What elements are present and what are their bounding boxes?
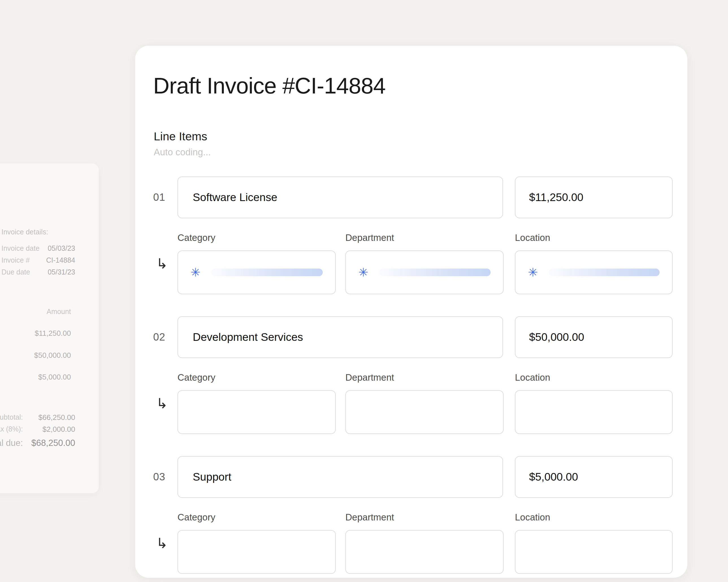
- location-field[interactable]: [515, 390, 673, 434]
- subtotal-value: $66,250.00: [24, 413, 75, 422]
- department-label: Department: [345, 372, 394, 383]
- branch-arrow-icon: ↳: [156, 257, 168, 271]
- subtotal-label: Subtotal:: [0, 413, 23, 421]
- description-value: Support: [193, 471, 231, 483]
- branch-arrow-icon: ↳: [156, 396, 168, 411]
- sales-tax-label: Sales tax (8%):: [0, 425, 23, 433]
- sparkle-icon: ✳: [528, 267, 538, 278]
- amount-value: $50,000.00: [529, 331, 584, 343]
- description-value: Software License: [193, 191, 277, 203]
- department-field[interactable]: [345, 530, 503, 574]
- invoice-detail-value: 05/03/23: [26, 244, 75, 252]
- category-field[interactable]: ✳: [178, 250, 336, 294]
- department-field[interactable]: ✳: [345, 250, 503, 294]
- category-label: Category: [178, 232, 215, 243]
- page-title: Draft Invoice #CI-14884: [153, 73, 386, 99]
- ghost-amount-row: $11,250.00: [0, 329, 99, 338]
- branch-arrow-icon: ↳: [156, 536, 168, 550]
- line-item-number: 01: [153, 176, 165, 218]
- draft-invoice-card: Draft Invoice #CI-14884 Line Items Auto …: [135, 46, 687, 578]
- line-item-number: 02: [153, 316, 165, 358]
- line-item-row: 02 Development Services $50,000.00 Categ…: [135, 316, 687, 438]
- line-items-heading: Line Items: [154, 130, 207, 143]
- invoice-details-heading: Invoice details:: [1, 228, 48, 236]
- invoice-detail-row: Invoice date 05/03/23: [0, 244, 99, 253]
- amount-column-header: Amount: [17, 307, 71, 316]
- description-field[interactable]: Support: [178, 456, 503, 498]
- ghost-invoice-card: Invoice details: Invoice date 05/03/23 I…: [0, 163, 99, 493]
- sparkle-icon: ✳: [190, 267, 200, 278]
- sales-tax-row: Sales tax (8%): $2,000.00: [0, 425, 99, 434]
- location-field[interactable]: [515, 530, 673, 574]
- ghost-amount-row: $5,000.00: [0, 373, 99, 382]
- ghost-amount-row: $50,000.00: [0, 351, 99, 360]
- description-field[interactable]: Software License: [178, 176, 503, 218]
- invoice-detail-row: Due date 05/31/23: [0, 268, 99, 277]
- location-label: Location: [515, 232, 550, 243]
- ghost-amount: $50,000.00: [17, 351, 71, 360]
- location-label: Location: [515, 372, 550, 383]
- amount-field[interactable]: $5,000.00: [515, 456, 673, 498]
- ghost-amount: $11,250.00: [17, 329, 71, 338]
- invoice-detail-value: CI-14884: [26, 256, 75, 264]
- loading-shimmer-bar: [549, 269, 659, 276]
- description-value: Development Services: [193, 331, 303, 343]
- department-field[interactable]: [345, 390, 503, 434]
- category-field[interactable]: [178, 390, 336, 434]
- amount-value: $5,000.00: [529, 471, 578, 483]
- loading-shimmer-bar: [379, 269, 491, 276]
- amount-field[interactable]: $11,250.00: [515, 176, 673, 218]
- category-label: Category: [178, 512, 215, 523]
- location-field[interactable]: ✳: [515, 250, 673, 294]
- line-item-number: 03: [153, 456, 165, 498]
- department-label: Department: [345, 512, 394, 523]
- total-due-value: $68,250.00: [16, 438, 75, 448]
- department-label: Department: [345, 232, 394, 243]
- sparkle-icon: ✳: [358, 267, 368, 278]
- ghost-amount: $5,000.00: [17, 373, 71, 382]
- amount-field[interactable]: $50,000.00: [515, 316, 673, 358]
- amount-value: $11,250.00: [529, 191, 583, 203]
- invoice-detail-value: 05/31/23: [26, 268, 75, 276]
- category-label: Category: [178, 372, 215, 383]
- location-label: Location: [515, 512, 550, 523]
- invoice-detail-row: Invoice # CI-14884: [0, 256, 99, 265]
- category-field[interactable]: [178, 530, 336, 574]
- line-item-row: 03 Support $5,000.00 Category Department…: [135, 456, 687, 578]
- subtotal-row: Subtotal: $66,250.00: [0, 413, 99, 422]
- loading-shimmer-bar: [211, 269, 323, 276]
- description-field[interactable]: Development Services: [178, 316, 503, 358]
- auto-coding-status: Auto coding...: [154, 147, 211, 158]
- sales-tax-value: $2,000.00: [24, 425, 75, 434]
- total-due-row: Total due: $68,250.00: [0, 438, 99, 447]
- line-item-row: 01 Software License $11,250.00 Category …: [135, 176, 687, 298]
